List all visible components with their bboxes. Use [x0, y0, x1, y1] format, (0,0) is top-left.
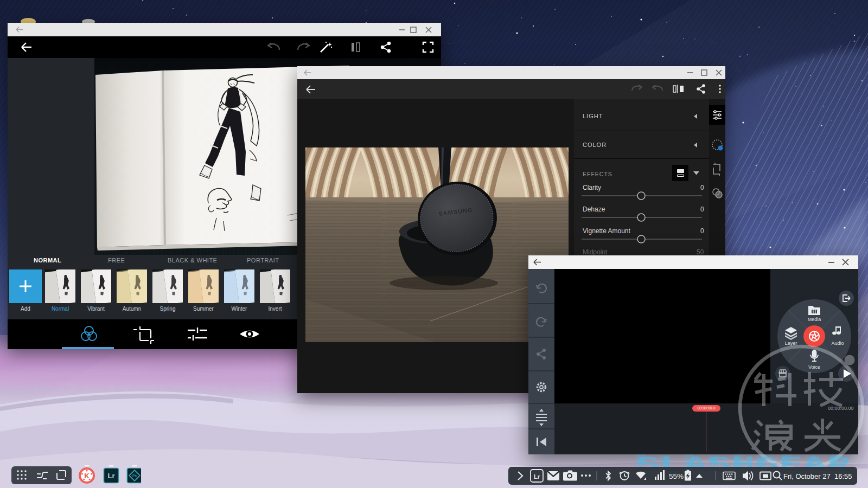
svg-text:Layer: Layer [785, 341, 797, 346]
svg-text:Fri, October 27: Fri, October 27 [783, 472, 831, 480]
svg-text:Lr: Lr [534, 473, 540, 480]
svg-text:55%: 55% [669, 472, 684, 480]
svg-text:Ps: Ps [132, 474, 137, 478]
svg-text:Voice: Voice [808, 364, 820, 370]
svg-text:16:55: 16:55 [834, 472, 852, 480]
svg-text:Audio: Audio [831, 341, 844, 346]
svg-text:Media: Media [808, 317, 821, 322]
svg-text:Lr: Lr [108, 472, 115, 480]
svg-text:K: K [84, 472, 90, 480]
